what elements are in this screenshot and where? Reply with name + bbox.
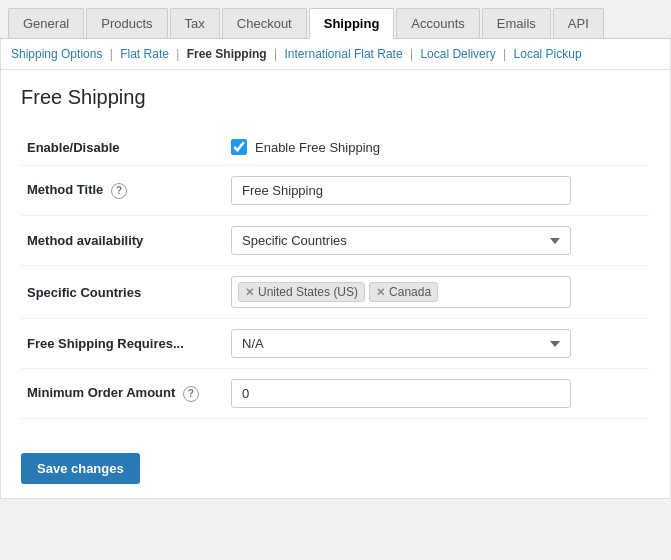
tab-shipping[interactable]: Shipping xyxy=(309,8,395,39)
tag-ca[interactable]: ✕Canada xyxy=(369,282,438,302)
free-shipping-requires-row: Free Shipping Requires... N/AA minimum o… xyxy=(21,319,650,369)
minimum-order-input[interactable] xyxy=(231,379,571,408)
form-area: Free Shipping Enable/Disable Enable Free… xyxy=(1,70,670,439)
method-title-row: Method Title ? xyxy=(21,166,650,216)
form-table: Enable/Disable Enable Free Shipping Meth… xyxy=(21,129,650,419)
method-availability-select[interactable]: All CountriesSpecific Countries xyxy=(231,226,571,255)
specific-countries-label: Specific Countries xyxy=(21,266,221,319)
enable-disable-row: Enable/Disable Enable Free Shipping xyxy=(21,129,650,166)
free-shipping-requires-select[interactable]: N/AA minimum order amount xyxy=(231,329,571,358)
method-title-label: Method Title xyxy=(27,182,103,197)
tag-label-ca: Canada xyxy=(389,285,431,299)
tab-api[interactable]: API xyxy=(553,8,604,38)
enable-disable-label: Enable/Disable xyxy=(21,129,221,166)
tab-checkout[interactable]: Checkout xyxy=(222,8,307,38)
method-title-input[interactable] xyxy=(231,176,571,205)
subnav-item-local-delivery[interactable]: Local Delivery xyxy=(420,47,495,61)
subnav-item-international-flat-rate[interactable]: International Flat Rate xyxy=(285,47,403,61)
main-content: Shipping Options | Flat Rate | Free Ship… xyxy=(0,39,671,499)
method-availability-label: Method availability xyxy=(21,216,221,266)
tag-label-us: United States (US) xyxy=(258,285,358,299)
method-availability-row: Method availability All CountriesSpecifi… xyxy=(21,216,650,266)
tag-close-us[interactable]: ✕ xyxy=(245,286,254,299)
minimum-order-label: Minimum Order Amount xyxy=(27,385,175,400)
enable-checkbox-container: Enable Free Shipping xyxy=(231,139,644,155)
tag-close-ca[interactable]: ✕ xyxy=(376,286,385,299)
free-shipping-requires-label: Free Shipping Requires... xyxy=(21,319,221,369)
page-title: Free Shipping xyxy=(21,86,650,109)
tab-general[interactable]: General xyxy=(8,8,84,38)
specific-countries-row: Specific Countries ✕United States (US)✕C… xyxy=(21,266,650,319)
subnav-sep-4: | xyxy=(407,47,417,61)
minimum-order-row: Minimum Order Amount ? xyxy=(21,369,650,419)
specific-countries-tags[interactable]: ✕United States (US)✕Canada xyxy=(231,276,571,308)
enable-free-shipping-checkbox[interactable] xyxy=(231,139,247,155)
save-changes-button[interactable]: Save changes xyxy=(21,453,140,484)
subnav-item-shipping-options[interactable]: Shipping Options xyxy=(11,47,102,61)
enable-checkbox-label: Enable Free Shipping xyxy=(255,140,380,155)
tag-us[interactable]: ✕United States (US) xyxy=(238,282,365,302)
tab-bar: GeneralProductsTaxCheckoutShippingAccoun… xyxy=(0,0,671,39)
subnav-item-free-shipping: Free Shipping xyxy=(187,47,267,61)
tab-products[interactable]: Products xyxy=(86,8,167,38)
sub-nav: Shipping Options | Flat Rate | Free Ship… xyxy=(1,39,670,70)
minimum-order-help-icon[interactable]: ? xyxy=(183,386,199,402)
subnav-sep-3: | xyxy=(271,47,281,61)
subnav-sep-1: | xyxy=(106,47,116,61)
method-title-help-icon[interactable]: ? xyxy=(111,183,127,199)
subnav-sep-2: | xyxy=(173,47,183,61)
tab-accounts[interactable]: Accounts xyxy=(396,8,479,38)
tab-tax[interactable]: Tax xyxy=(170,8,220,38)
subnav-sep-5: | xyxy=(500,47,510,61)
tab-emails[interactable]: Emails xyxy=(482,8,551,38)
subnav-item-flat-rate[interactable]: Flat Rate xyxy=(120,47,169,61)
subnav-item-local-pickup[interactable]: Local Pickup xyxy=(514,47,582,61)
